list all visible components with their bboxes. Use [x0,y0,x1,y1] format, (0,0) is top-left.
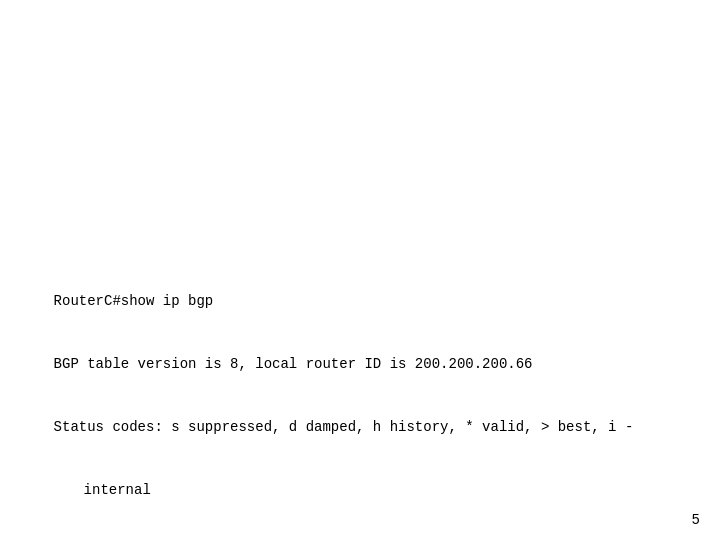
bgp-version-line: BGP table version is 8, local router ID … [20,333,700,396]
bgp-version-text: BGP table version is 8, local router ID … [54,356,533,372]
status-codes-line2: internal [20,459,700,522]
prompt-line: RouterC#show ip bgp [20,270,700,333]
status-codes-line1: Status codes: s suppressed, d damped, h … [20,396,700,459]
origin-codes-line: Origin codes: i - IGP, e - EGP, ? - inco… [20,522,700,540]
internal-text: internal [84,482,151,498]
prompt-text: RouterC#show ip bgp [54,293,214,309]
status-codes-text: Status codes: s suppressed, d damped, h … [54,419,634,435]
page-number: 5 [692,512,700,528]
